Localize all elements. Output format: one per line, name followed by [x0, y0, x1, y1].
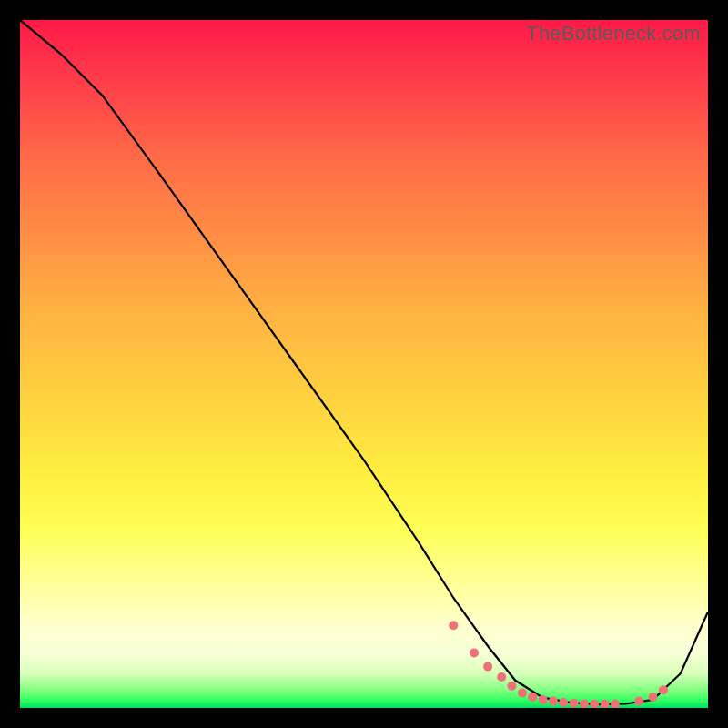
trough-marker: [611, 700, 620, 709]
trough-marker: [649, 693, 658, 702]
trough-marker: [590, 700, 599, 708]
trough-marker: [570, 699, 579, 708]
chart-frame: TheBottleneck.com: [0, 0, 728, 728]
trough-marker: [497, 672, 506, 682]
trough-marker: [528, 693, 537, 702]
trough-marker: [449, 621, 458, 630]
trough-marker: [580, 700, 589, 709]
trough-marker: [659, 685, 668, 694]
trough-marker: [470, 649, 479, 658]
trough-marker: [483, 662, 492, 672]
trough-markers: [449, 621, 668, 708]
curve-line: [20, 20, 708, 704]
trough-marker: [549, 696, 558, 705]
trough-marker: [559, 698, 568, 707]
trough-marker: [518, 688, 527, 697]
plot-area: TheBottleneck.com: [20, 20, 708, 708]
chart-svg: [20, 20, 708, 708]
trough-marker: [539, 695, 548, 704]
trough-marker: [601, 700, 610, 708]
trough-marker: [634, 696, 643, 705]
trough-marker: [508, 682, 517, 691]
